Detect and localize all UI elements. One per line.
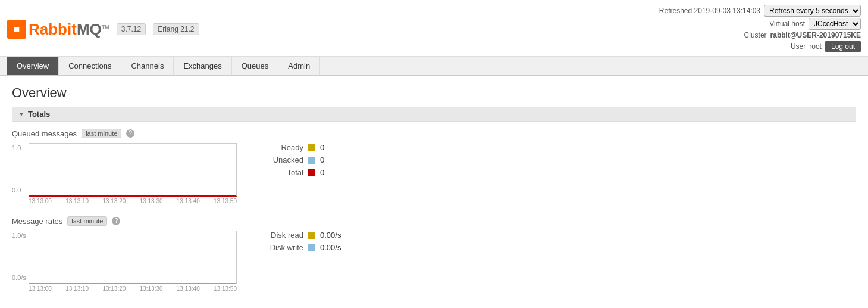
stat-color-total: [308, 169, 315, 176]
logout-button[interactable]: Log out: [825, 41, 861, 52]
totals-arrow: ▼: [18, 111, 24, 117]
stat-value-disk-write: 0.00/s: [320, 243, 341, 252]
stat-label-disk-read: Disk read: [262, 231, 303, 239]
queued-messages-stats: Ready 0 Unacked 0 Total 0: [262, 143, 381, 181]
queued-messages-x-labels: 13:13:00 13:13:10 13:13:20 13:13:30 13:1…: [29, 198, 237, 204]
virtual-host-row: Virtual host JCcccHost: [659, 18, 861, 30]
stat-row-disk-read: Disk read 0.00/s: [262, 231, 381, 239]
user-row: User root Log out: [659, 41, 861, 52]
message-rates-chart-and-stats: 1.0/s 0.0/s 13:13:00 13:13:10 13:13:20 1…: [12, 231, 856, 292]
virtual-host-select[interactable]: JCcccHost: [809, 18, 861, 30]
queued-messages-title: Queued messages: [12, 129, 77, 138]
logo-text: RabbitMQTM: [29, 20, 109, 39]
refresh-label: Refreshed 2019-09-03 13:14:03: [659, 7, 760, 15]
queued-messages-chart: [29, 143, 237, 197]
queued-messages-y-top: 1.0: [12, 144, 21, 151]
stat-row-disk-write: Disk write 0.00/s: [262, 243, 381, 252]
logo-icon: ■: [7, 20, 26, 39]
message-rates-x-labels: 13:13:00 13:13:10 13:13:20 13:13:30 13:1…: [29, 285, 237, 292]
nav-admin[interactable]: Admin: [278, 57, 320, 75]
logo: ■ RabbitMQTM: [7, 20, 109, 39]
nav-exchanges[interactable]: Exchanges: [174, 57, 231, 75]
virtual-host-label: Virtual host: [769, 20, 805, 28]
message-rates-section: Message rates last minute ? 1.0/s 0.0/s …: [12, 216, 856, 292]
stat-value-disk-read: 0.00/s: [320, 231, 341, 239]
message-rates-y-top: 1.0/s: [12, 232, 26, 239]
nav-overview[interactable]: Overview: [7, 57, 59, 75]
logo-rabbit: Rabbit: [29, 20, 77, 38]
logo-mq: MQ: [77, 20, 102, 38]
queued-messages-y-bottom: 0.0: [12, 186, 21, 194]
nav-channels[interactable]: Channels: [121, 57, 174, 75]
refresh-row: Refreshed 2019-09-03 13:14:03 Refresh ev…: [659, 5, 861, 17]
main-nav: Overview Connections Channels Exchanges …: [0, 57, 868, 76]
message-rates-badge[interactable]: last minute: [67, 216, 107, 226]
message-rates-title: Message rates: [12, 217, 62, 226]
erlang-badge: Erlang 21.2: [153, 23, 199, 35]
stat-color-disk-write: [308, 244, 315, 251]
queued-messages-chart-and-stats: 1.0 0.0 13:13:00 13:13:10 13:13:20 13:13…: [12, 143, 856, 204]
message-rates-chart-wrapper: 1.0/s 0.0/s 13:13:00 13:13:10 13:13:20 1…: [12, 231, 238, 292]
stat-label-ready: Ready: [262, 143, 303, 152]
stat-label-disk-write: Disk write: [262, 243, 303, 252]
totals-section-header: ▼ Totals: [12, 107, 856, 122]
stat-color-ready: [308, 144, 315, 151]
top-right-info: Refreshed 2019-09-03 13:14:03 Refresh ev…: [659, 5, 861, 54]
cluster-row: Cluster rabbit@USER-20190715KE: [659, 31, 861, 39]
message-rates-label-row: Message rates last minute ?: [12, 216, 856, 226]
cluster-label: Cluster: [744, 31, 767, 39]
message-rates-chart: [29, 231, 237, 284]
user-value: root: [809, 42, 822, 51]
queued-messages-badge[interactable]: last minute: [82, 129, 121, 138]
stat-color-unacked: [308, 157, 315, 164]
stat-row-total: Total 0: [262, 168, 381, 177]
stat-value-ready: 0: [320, 143, 324, 152]
cluster-value: rabbit@USER-20190715KE: [770, 31, 861, 39]
queued-messages-section: Queued messages last minute ? 1.0 0.0 13…: [12, 129, 856, 204]
queued-messages-help[interactable]: ?: [126, 129, 134, 138]
nav-connections[interactable]: Connections: [59, 57, 121, 75]
stat-label-total: Total: [262, 168, 303, 177]
stat-value-unacked: 0: [320, 155, 324, 164]
stat-color-disk-read: [308, 232, 315, 239]
stat-row-unacked: Unacked 0: [262, 155, 381, 164]
refresh-select[interactable]: Refresh every 5 seconds Every 10 seconds…: [764, 5, 861, 17]
stat-label-unacked: Unacked: [262, 155, 303, 164]
stat-row-ready: Ready 0: [262, 143, 381, 152]
top-header: ■ RabbitMQTM 3.7.12 Erlang 21.2 Refreshe…: [0, 0, 868, 57]
page-title: Overview: [12, 85, 856, 101]
message-rates-stats: Disk read 0.00/s Disk write 0.00/s: [262, 231, 381, 256]
message-rates-y-bottom: 0.0/s: [12, 274, 26, 281]
version-badge: 3.7.12: [117, 23, 146, 35]
stat-value-total: 0: [320, 168, 324, 177]
logo-area: ■ RabbitMQTM 3.7.12 Erlang 21.2: [7, 20, 199, 39]
user-label: User: [791, 42, 806, 51]
message-rates-help[interactable]: ?: [112, 217, 120, 225]
totals-label: Totals: [28, 110, 50, 119]
queued-messages-chart-wrapper: 1.0 0.0 13:13:00 13:13:10 13:13:20 13:13…: [12, 143, 238, 204]
nav-queues[interactable]: Queues: [232, 57, 279, 75]
queued-messages-label-row: Queued messages last minute ?: [12, 129, 856, 138]
main-content: Overview ▼ Totals Queued messages last m…: [0, 76, 868, 308]
logo-tm: TM: [102, 24, 109, 30]
